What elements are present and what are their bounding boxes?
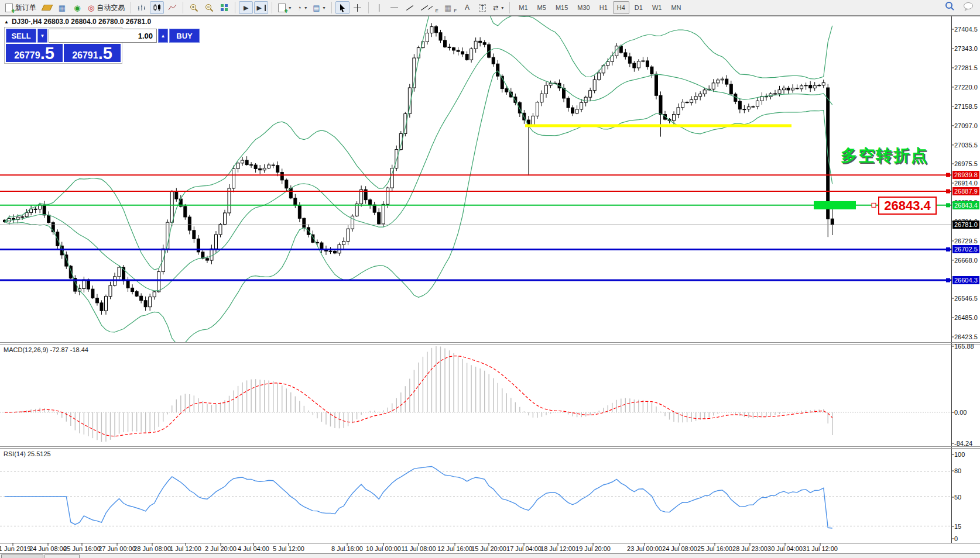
time-axis-label: 27 Jun 00:00	[98, 545, 136, 552]
chart-title-text: DJ30-,H4 26803.0 26804.0 26780.0 26781.0	[12, 18, 151, 26]
line-anchor-square[interactable]	[946, 203, 950, 207]
sell-button[interactable]: SELL	[6, 29, 36, 43]
one-click-trading-panel: SELL ▼ ▲ BUY 26779.5 26791.5	[4, 27, 122, 64]
volume-increase-button[interactable]: ▲	[158, 29, 168, 43]
sell-price[interactable]: 26779.5	[6, 44, 63, 62]
price-axis-tick: 26546.5	[954, 295, 978, 302]
time-axis-label: 28 Jun 08:00	[133, 545, 171, 552]
price-callout-box[interactable]: 26843.4	[878, 197, 937, 215]
candlesticks[interactable]	[4, 23, 834, 314]
price-line-label: 26887.9	[952, 187, 979, 195]
mt4-window: + 新订单 ▦ ◉ ◎ 自动交易 ▶ ▶	[0, 0, 980, 558]
rsi-line	[5, 467, 832, 529]
price-axis-tick: 27035.5	[954, 142, 978, 149]
rsi-indicator-label: RSI(14) 25.5125	[4, 450, 51, 457]
rsi-axis-tick: 15	[954, 523, 961, 530]
sell-price-frac: .5	[40, 47, 54, 61]
status-bar	[0, 553, 980, 558]
time-axis-label: 25 Jul 16:00	[697, 545, 732, 552]
bollinger-band-line	[5, 71, 832, 345]
price-axis-tick: 27404.5	[954, 26, 978, 33]
price-axis-tick: 26729.5	[954, 237, 978, 244]
price-axis-tick: 26423.5	[954, 333, 978, 340]
time-axis-label: 30 Jul 04:00	[767, 545, 803, 552]
time-axis-label: 4 Jul 04:00	[238, 545, 269, 552]
bollinger-band-line	[5, 49, 832, 291]
time-axis-label: 19 Jul 20:00	[575, 545, 611, 552]
volume-input[interactable]	[49, 29, 157, 43]
time-axis-label: 12 Jul 16:00	[437, 545, 472, 552]
price-line-label: 26781.0	[952, 221, 979, 229]
chart-window: ▲ DJ30-,H4 26803.0 26804.0 26780.0 26781…	[0, 16, 980, 558]
turning-point-annotation[interactable]: 多空转折点	[841, 144, 928, 167]
time-axis-label: 21 Jun 2019	[0, 545, 30, 552]
time-axis-label: 23 Jul 00:00	[627, 545, 662, 552]
price-axis-tick: 27343.0	[954, 45, 978, 52]
time-axis-label: 28 Jul 23:00	[732, 545, 767, 552]
macd-indicator-label: MACD(12,26,9) -72.87 -18.44	[4, 346, 88, 353]
collapse-arrow-icon[interactable]: ▲	[4, 19, 9, 25]
window-tab[interactable]	[44, 554, 80, 558]
price-line-label: 26702.5	[952, 245, 979, 253]
time-axis-label: 1 Jul 12:00	[170, 545, 201, 552]
sell-price-int: 26779	[14, 50, 40, 61]
price-axis-tick: 26485.0	[954, 314, 978, 321]
line-anchor-square[interactable]	[946, 173, 950, 177]
yellow-support-line[interactable]	[525, 124, 791, 127]
time-axis-label: 17 Jul 04:00	[506, 545, 542, 552]
rsi-axis-tick: 50	[954, 494, 961, 501]
time-axis-label: 10 Jul 00:00	[366, 545, 401, 552]
rsi-axis-tick: 100	[954, 451, 965, 458]
time-axis-label: 11 Jul 08:00	[401, 545, 436, 552]
time-axis-label: 25 Jun 16:00	[63, 545, 101, 552]
macd-pane[interactable]	[0, 346, 951, 442]
price-axis-tick: 26914.0	[954, 180, 978, 187]
time-axis-label: 18 Jul 12:00	[540, 545, 575, 552]
buy-price[interactable]: 26791.5	[64, 44, 121, 62]
window-tab[interactable]	[1, 554, 43, 558]
time-axis-label: 5 Jul 12:00	[273, 545, 304, 552]
macd-axis-tick: -84.24	[954, 440, 972, 447]
line-anchor-square[interactable]	[946, 189, 950, 193]
chart-title: ▲ DJ30-,H4 26803.0 26804.0 26780.0 26781…	[4, 18, 151, 26]
price-line-label: 26604.3	[952, 276, 979, 284]
price-axis-tick: 26668.0	[954, 257, 978, 264]
price-axis-tick: 26975.5	[954, 160, 978, 167]
volume-decrease-button[interactable]: ▼	[37, 29, 47, 43]
time-axis-label: 24 Jun 08:00	[29, 545, 67, 552]
price-axis-tick: 27097.0	[954, 122, 978, 129]
time-axis-label: 24 Jul 08:00	[662, 545, 697, 552]
price-chart-plot[interactable]	[0, 0, 980, 558]
macd-axis-tick: 0.00	[954, 409, 967, 416]
price-axis-tick: 27158.5	[954, 103, 978, 110]
buy-price-frac: .5	[98, 47, 112, 61]
line-anchor-square[interactable]	[946, 278, 950, 283]
time-axis-label: 15 Jul 20:00	[471, 545, 506, 552]
rsi-pane[interactable]	[0, 467, 951, 529]
rsi-axis-tick: 0	[954, 535, 958, 542]
time-axis-label: 2 Jul 20:00	[205, 545, 237, 552]
buy-price-int: 26791	[72, 50, 98, 61]
time-axis-label: 8 Jul 16:00	[331, 545, 363, 552]
callout-anchor-square[interactable]	[872, 203, 876, 207]
price-line-label: 26939.8	[952, 171, 979, 179]
green-highlight-segment[interactable]	[814, 201, 856, 209]
price-axis-tick: 27281.5	[954, 64, 978, 71]
buy-button[interactable]: BUY	[169, 29, 200, 43]
time-axis-label: 31 Jul 12:00	[803, 545, 838, 552]
rsi-axis-tick: 80	[954, 467, 961, 474]
macd-axis-tick: 165.88	[954, 343, 974, 350]
line-anchor-square[interactable]	[946, 247, 950, 252]
price-line-label: 26843.4	[952, 201, 979, 209]
price-axis-tick: 27220.0	[954, 84, 978, 91]
